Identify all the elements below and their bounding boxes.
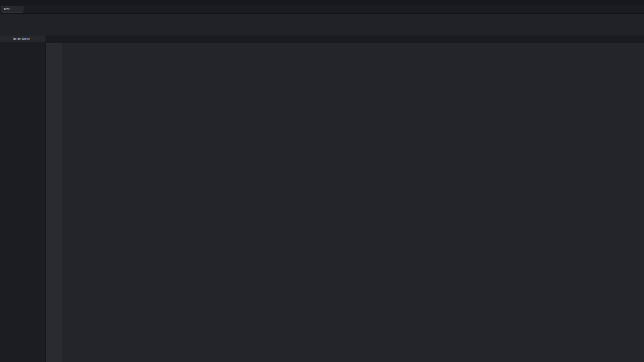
- terrain-editor-titlebar: Terrain Editor: [0, 36, 46, 42]
- terrain-editor-tabs: [0, 42, 46, 50]
- main-area: Terrain Editor: [0, 36, 644, 362]
- line-number-gutter: [46, 43, 62, 362]
- menu-bar: [0, 0, 644, 5]
- document-tab-bar: [46, 36, 644, 43]
- code-pane[interactable]: [62, 43, 644, 362]
- code-editor[interactable]: [46, 43, 644, 362]
- terrain-editor-title: Terrain Editor: [2, 37, 41, 40]
- terrain-editor-panel: Terrain Editor: [0, 36, 46, 362]
- terrain-editor-actions: [0, 50, 46, 362]
- roblox-studio-window: Test Terrain Editor: [0, 0, 644, 362]
- test-mode-dropdown[interactable]: Test: [1, 6, 23, 13]
- home-ribbon-toolbar: [0, 14, 644, 36]
- quick-access-bar: Test: [0, 5, 644, 14]
- script-editor: [46, 36, 644, 362]
- test-mode-label: Test: [3, 7, 10, 11]
